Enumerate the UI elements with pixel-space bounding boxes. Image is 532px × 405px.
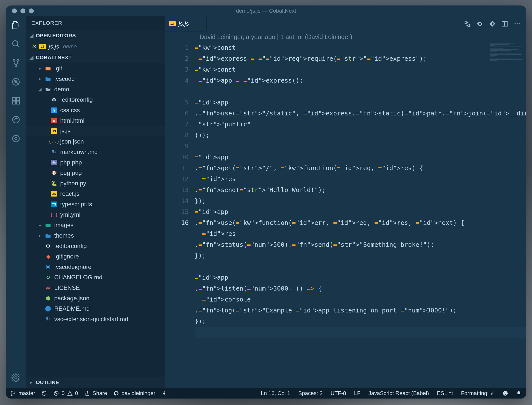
svg-point-1: [13, 59, 15, 61]
file-item[interactable]: ◆.gitignore: [26, 251, 165, 262]
status-encoding[interactable]: UTF-8: [330, 390, 346, 397]
file-item[interactable]: {..}json.json: [26, 136, 165, 147]
file-icon: i: [45, 305, 51, 312]
file-item[interactable]: TStypescript.ts: [26, 199, 165, 209]
svg-point-18: [517, 23, 518, 25]
file-name: pug.pug: [60, 169, 82, 176]
file-icon: JS: [51, 191, 57, 197]
window-minimize[interactable]: [20, 8, 25, 13]
file-icon: {.}: [51, 211, 57, 218]
status-bolt[interactable]: [162, 391, 167, 396]
status-linter[interactable]: ESLint: [437, 390, 453, 397]
reveal-icon[interactable]: [476, 20, 483, 27]
file-item[interactable]: ⚖LICENSE: [26, 283, 165, 293]
file-name: .editorconfig: [60, 96, 93, 103]
svg-rect-9: [16, 98, 19, 101]
file-name: LICENSE: [54, 284, 80, 291]
tabs-bar: JS js.js: [165, 16, 526, 31]
split-editor-icon[interactable]: [501, 20, 508, 27]
file-item[interactable]: phpphp.php: [26, 157, 165, 168]
file-item[interactable]: 5html.html: [26, 115, 165, 126]
extensions-icon[interactable]: [11, 96, 21, 105]
folder-item[interactable]: ▸.git: [26, 63, 165, 74]
file-item[interactable]: iREADME.md: [26, 304, 165, 314]
git-compare-icon[interactable]: [464, 20, 471, 27]
status-sync[interactable]: [42, 391, 47, 396]
chevron-right-icon: ▸: [38, 76, 42, 82]
svg-point-20: [11, 391, 12, 392]
file-item[interactable]: ⚙.editorconfig: [26, 95, 165, 105]
section-label: OPEN EDITORS: [36, 33, 76, 39]
status-problems[interactable]: 0 0: [53, 390, 78, 397]
window-zoom[interactable]: [29, 8, 34, 13]
file-icon: [45, 222, 51, 228]
file-item[interactable]: M↓markdown.md: [26, 147, 165, 157]
close-icon[interactable]: ✕: [31, 43, 36, 50]
chevron-down-icon: ◢: [29, 33, 33, 39]
live-share-icon[interactable]: [11, 115, 21, 124]
file-icon: ⬢: [45, 295, 51, 302]
file-item[interactable]: ⋈.vscodeignore: [26, 262, 165, 272]
file-icon: ◆: [45, 253, 51, 260]
file-icon: {..}: [51, 138, 57, 145]
window-controls: [6, 8, 34, 13]
source-control-icon[interactable]: [11, 58, 21, 68]
section-outline[interactable]: ▸ OUTLINE: [26, 377, 165, 388]
chevron-right-icon: ▸: [29, 379, 33, 385]
status-cursor[interactable]: Ln 16, Col 1: [261, 390, 290, 397]
explorer-icon[interactable]: [11, 20, 21, 30]
status-bar: master 0 0 Share davidleininger: [6, 388, 526, 399]
file-name: yml.yml: [60, 211, 80, 218]
status-github[interactable]: davidleininger: [113, 390, 155, 397]
file-name: json.json: [60, 138, 84, 145]
file-icon: [45, 232, 51, 239]
file-item[interactable]: ⬢package.json: [26, 293, 165, 304]
titlebar: demo/js.js — CobaltNext: [6, 5, 526, 16]
code-area[interactable]: 12345678910111213141516 ="kw">const ="id…: [165, 42, 526, 388]
status-language[interactable]: JavaScript React (Babel): [368, 390, 429, 397]
tab-jsjs[interactable]: JS js.js: [165, 16, 207, 31]
settings-gear-icon[interactable]: [11, 373, 21, 383]
file-name: js.js: [60, 128, 70, 135]
svg-point-10: [13, 116, 19, 123]
file-item[interactable]: ⚙.editorconfig: [26, 241, 165, 251]
status-branch[interactable]: master: [10, 390, 35, 397]
status-feedback-icon[interactable]: [503, 391, 508, 396]
file-icon: ❯: [51, 107, 57, 113]
gitlens-icon[interactable]: [11, 134, 21, 143]
status-share[interactable]: Share: [85, 390, 107, 397]
folder-item[interactable]: ◢demo: [26, 84, 165, 95]
open-editor-item[interactable]: ✕ JS js.js demo: [26, 41, 165, 52]
file-item[interactable]: JSjs.js: [26, 126, 165, 136]
file-icon: ⋈: [45, 264, 51, 270]
file-item[interactable]: ↻CHANGELOG.md: [26, 272, 165, 283]
file-name: .gitignore: [54, 253, 79, 260]
status-formatting[interactable]: Formatting: ✓: [461, 390, 495, 397]
file-item[interactable]: JSreact.js: [26, 189, 165, 199]
section-label: OUTLINE: [36, 379, 59, 385]
section-open-editors[interactable]: ◢ OPEN EDITORS: [26, 30, 165, 41]
search-icon[interactable]: [11, 39, 21, 49]
folder-item[interactable]: ▸themes: [26, 230, 165, 241]
file-item[interactable]: 🐶pug.pug: [26, 168, 165, 178]
folder-item[interactable]: ▸images: [26, 220, 165, 230]
file-name: markdown.md: [60, 149, 98, 155]
file-item[interactable]: M↓vsc-extension-quickstart.md: [26, 314, 165, 324]
open-editor-folder: demo: [63, 43, 77, 50]
file-icon: TS: [51, 201, 57, 207]
svg-rect-14: [465, 21, 467, 24]
folder-item[interactable]: ▸.vscode: [26, 74, 165, 84]
source-control-diff-icon[interactable]: [489, 20, 496, 27]
more-icon[interactable]: [514, 20, 521, 27]
section-workspace[interactable]: ◢ COBALTNEXT: [26, 52, 165, 63]
status-eol[interactable]: LF: [354, 390, 361, 397]
file-item[interactable]: {.}yml.yml: [26, 209, 165, 220]
svg-point-2: [17, 59, 19, 61]
debug-icon[interactable]: [11, 77, 21, 87]
window-close[interactable]: [12, 8, 17, 13]
file-item[interactable]: 🐍python.py: [26, 178, 165, 189]
status-bell-icon[interactable]: [516, 391, 522, 396]
file-item[interactable]: ❯css.css: [26, 105, 165, 115]
status-indent[interactable]: Spaces: 2: [298, 390, 323, 397]
svg-rect-7: [13, 101, 16, 104]
